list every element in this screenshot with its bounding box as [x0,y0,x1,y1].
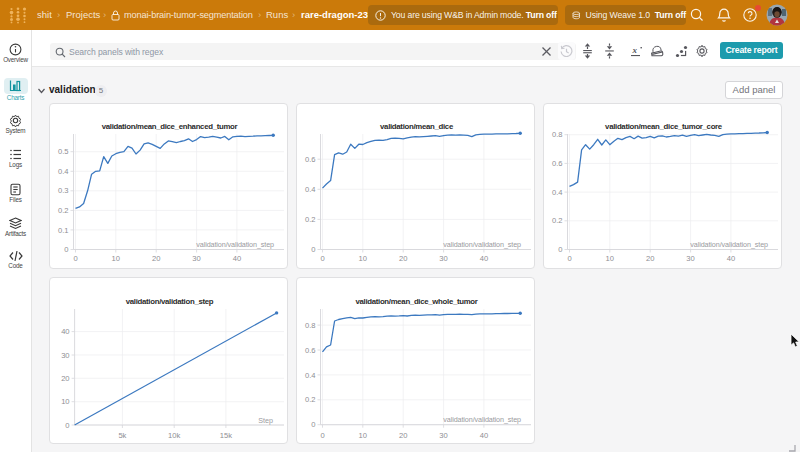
svg-text:40: 40 [61,327,69,336]
svg-text:40: 40 [727,254,735,263]
svg-text:0.2: 0.2 [552,216,563,225]
svg-text:30: 30 [439,254,447,263]
svg-text:15k: 15k [220,431,232,440]
svg-text:0.2: 0.2 [305,395,316,404]
svg-text:validation/validation_step: validation/validation_step [443,415,521,424]
svg-text:10: 10 [359,254,367,263]
svg-text:Step: Step [258,416,273,425]
svg-text:10k: 10k [168,431,180,440]
svg-text:40: 40 [480,431,488,440]
svg-text:validation/mean_dice_tumor_cor: validation/mean_dice_tumor_core [605,122,723,131]
svg-text:0.8: 0.8 [305,321,316,330]
svg-text:20: 20 [399,254,407,263]
svg-text:0.8: 0.8 [552,130,563,139]
svg-text:0: 0 [64,245,68,254]
svg-text:0.4: 0.4 [305,371,316,380]
svg-text:20: 20 [646,254,654,263]
svg-text:validation/validation_step: validation/validation_step [443,240,521,249]
svg-text:0.2: 0.2 [305,215,316,224]
svg-text:validation/validation_step: validation/validation_step [196,240,274,249]
svg-text:0.3: 0.3 [58,186,69,195]
svg-text:30: 30 [61,351,69,360]
svg-text:0: 0 [320,431,324,440]
svg-text:validation/mean_dice_enhanced_: validation/mean_dice_enhanced_tumor [102,122,238,131]
svg-text:0: 0 [73,254,77,263]
svg-text:10: 10 [61,397,69,406]
svg-text:validation/validation_step: validation/validation_step [126,297,214,306]
svg-text:10: 10 [606,254,614,263]
svg-text:0: 0 [311,420,315,429]
svg-text:validation/mean_dice_whole_tum: validation/mean_dice_whole_tumor [355,297,477,306]
svg-text:10: 10 [359,431,367,440]
svg-text:0.5: 0.5 [58,147,69,156]
svg-text:30: 30 [686,254,694,263]
svg-text:40: 40 [480,254,488,263]
svg-text:0: 0 [65,421,69,430]
svg-text:30: 30 [439,431,447,440]
svg-text:0.1: 0.1 [58,226,69,235]
svg-text:0.4: 0.4 [305,185,316,194]
svg-text:0: 0 [320,254,324,263]
svg-text:20: 20 [152,254,160,263]
svg-text:0: 0 [567,254,571,263]
svg-text:10: 10 [112,254,120,263]
svg-text:0: 0 [311,245,315,254]
svg-text:0.2: 0.2 [58,206,69,215]
svg-text:40: 40 [233,254,241,263]
svg-text:validation/mean_dice: validation/mean_dice [380,122,454,131]
svg-text:5k: 5k [118,431,126,440]
svg-text:20: 20 [399,431,407,440]
svg-text:0: 0 [558,245,562,254]
svg-text:30: 30 [192,254,200,263]
svg-text:0.6: 0.6 [552,159,563,168]
svg-text:validation/validation_step: validation/validation_step [690,240,768,249]
svg-text:0.4: 0.4 [58,167,69,176]
svg-text:0.6: 0.6 [305,346,316,355]
svg-text:x: x [632,45,638,55]
svg-text:0.6: 0.6 [305,155,316,164]
svg-text:0.4: 0.4 [552,188,563,197]
svg-text:20: 20 [61,374,69,383]
